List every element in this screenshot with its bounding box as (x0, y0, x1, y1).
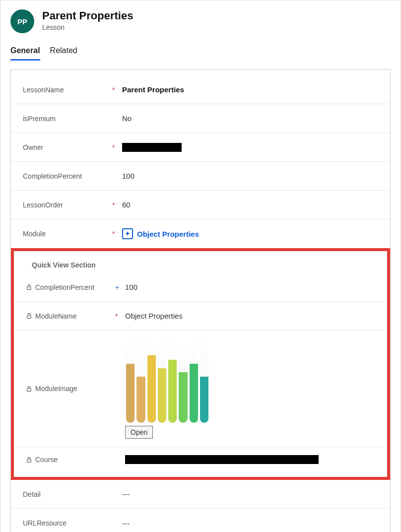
label-qv-course: Course (26, 456, 115, 464)
svg-rect-0 (27, 287, 31, 289)
label-lesson-name: LessonName (23, 86, 112, 94)
entity-icon: ✦ (122, 228, 133, 239)
label-qv-module-image: ModuleImage (26, 385, 115, 393)
svg-rect-2 (27, 388, 31, 391)
module-lookup-link[interactable]: ✦ Object Properties (122, 228, 199, 239)
label-url-resource: URLResource (23, 519, 112, 527)
module-link-text: Object Properties (137, 230, 199, 238)
lesson-name-text: Parent Properties (122, 85, 184, 94)
record-header: PP Parent Properties Lesson (0, 0, 401, 38)
row-detail: Detail --- (11, 480, 390, 509)
module-image-box: Open (125, 338, 209, 439)
value-lesson-order[interactable]: 60 (122, 200, 378, 209)
record-title: Parent Properties (42, 9, 133, 22)
label-lesson-order: LessonOrder (23, 201, 112, 209)
row-qv-module-name: ModuleName * Object Properties (14, 302, 387, 331)
tab-strip: General Related (0, 42, 401, 61)
row-owner: Owner * (11, 133, 390, 162)
label-is-premium: isPremium (23, 115, 112, 123)
qv-course-label-text: Course (35, 456, 58, 464)
value-detail[interactable]: --- (122, 490, 378, 498)
module-image-preview[interactable] (125, 338, 209, 423)
record-avatar: PP (10, 9, 34, 33)
value-qv-module-name: Object Properties (125, 312, 375, 320)
course-redacted (125, 455, 319, 464)
required-marker: * (112, 201, 122, 209)
value-module[interactable]: ✦ Object Properties (122, 228, 378, 239)
value-qv-course (125, 455, 375, 464)
svg-rect-3 (27, 459, 31, 462)
label-qv-completion-percent: CompletionPercent (26, 283, 115, 291)
lock-icon (26, 386, 32, 392)
lock-icon (26, 457, 32, 463)
label-completion-percent: CompletionPercent (23, 172, 112, 180)
value-owner[interactable] (122, 143, 378, 152)
form-panel: LessonName * Parent Properties isPremium… (10, 69, 391, 532)
value-completion-percent[interactable]: 100 (122, 172, 378, 180)
qv-completion-percent-label-text: CompletionPercent (35, 283, 94, 291)
lock-icon (26, 313, 32, 319)
owner-redacted (122, 143, 182, 152)
required-marker: * (112, 86, 122, 94)
row-lesson-order: LessonOrder * 60 (11, 191, 390, 219)
quick-view-section-highlight: Quick View Section CompletionPercent + 1… (14, 251, 387, 477)
label-module: Module (23, 230, 112, 238)
value-qv-module-image: Open (125, 338, 375, 439)
record-header-text: Parent Properties Lesson (42, 9, 133, 31)
open-image-button[interactable]: Open (125, 426, 153, 439)
row-qv-course: Course (14, 447, 387, 477)
required-marker: * (115, 312, 125, 320)
value-qv-completion-percent: 100 (125, 283, 375, 291)
required-marker: * (112, 230, 122, 238)
svg-rect-1 (27, 316, 31, 318)
tab-general[interactable]: General (10, 42, 40, 61)
row-url-resource: URLResource --- (11, 509, 390, 532)
row-qv-completion-percent: CompletionPercent + 100 (14, 273, 387, 302)
tab-related[interactable]: Related (50, 42, 77, 61)
row-qv-module-image: ModuleImage Open (14, 331, 387, 447)
required-marker: * (112, 143, 122, 151)
label-detail: Detail (23, 490, 112, 498)
value-is-premium[interactable]: No (122, 114, 378, 123)
label-owner: Owner (23, 143, 112, 151)
qv-module-name-label-text: ModuleName (35, 312, 76, 320)
qv-module-image-label-text: ModuleImage (35, 385, 77, 393)
row-module: Module * ✦ Object Properties (11, 219, 390, 248)
value-url-resource[interactable]: --- (122, 519, 378, 528)
quick-view-title: Quick View Section (14, 255, 387, 273)
row-is-premium: isPremium No (11, 104, 390, 133)
value-lesson-name[interactable]: Parent Properties (122, 85, 378, 94)
recommended-marker: + (115, 283, 125, 291)
label-qv-module-name: ModuleName (26, 312, 115, 320)
row-completion-percent: CompletionPercent 100 (11, 162, 390, 191)
lock-icon (26, 284, 32, 290)
row-lesson-name: LessonName * Parent Properties (11, 75, 390, 104)
record-entity: Lesson (42, 23, 133, 31)
